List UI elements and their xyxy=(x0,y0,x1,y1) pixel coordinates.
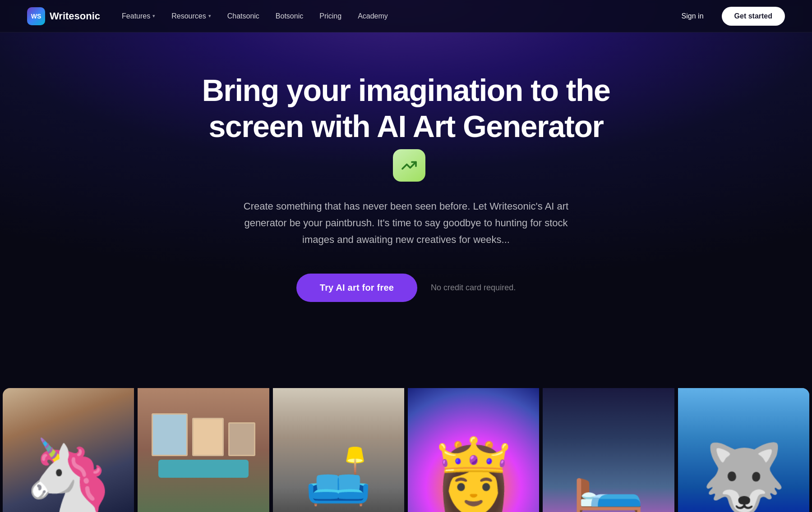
nav-item-pricing[interactable]: Pricing xyxy=(319,12,341,20)
gallery-strip: 🦄 🛋️ 👸 🛏️ 🐺 xyxy=(0,388,812,512)
nav-item-academy[interactable]: Academy xyxy=(358,12,388,20)
try-ai-art-button[interactable]: Try AI art for free xyxy=(296,274,417,302)
hero-subtitle: Create something that has never been see… xyxy=(221,198,591,248)
nav-link-chatsonic[interactable]: Chatsonic xyxy=(227,12,259,20)
nav-link-resources[interactable]: Resources ▾ xyxy=(171,12,211,20)
nav-links: Features ▾ Resources ▾ Chatsonic xyxy=(122,12,388,20)
getstarted-button[interactable]: Get started xyxy=(722,7,785,26)
logo-text: Writesonic xyxy=(50,10,100,22)
nav-link-pricing[interactable]: Pricing xyxy=(319,12,341,20)
nav-link-academy[interactable]: Academy xyxy=(358,12,388,20)
logo-link[interactable]: WS Writesonic xyxy=(27,7,100,25)
hero-section: Bring your imagination to the screen wit… xyxy=(0,0,812,343)
hero-cta-group: Try AI art for free No credit card requi… xyxy=(296,274,516,302)
ai-chart-icon xyxy=(393,149,425,182)
trend-chart-icon xyxy=(401,157,417,174)
navbar: WS Writesonic Features ▾ Resources ▾ xyxy=(0,0,812,32)
gallery-item-living: 🛋️ xyxy=(273,388,404,512)
nav-right: Sign in Get started xyxy=(674,7,785,26)
nav-item-features[interactable]: Features ▾ xyxy=(122,12,155,20)
nav-item-botsonic[interactable]: Botsonic xyxy=(276,12,303,20)
nav-item-resources[interactable]: Resources ▾ xyxy=(171,12,211,20)
nav-left: WS Writesonic Features ▾ Resources ▾ xyxy=(27,7,388,25)
gallery-item-bedroom: 🛏️ xyxy=(543,388,674,512)
gallery-item-unicorn: 🦄 xyxy=(3,388,134,512)
page-wrapper: WS Writesonic Features ▾ Resources ▾ xyxy=(0,0,812,512)
nav-link-botsonic[interactable]: Botsonic xyxy=(276,12,303,20)
no-credit-card-text: No credit card required. xyxy=(431,283,516,293)
chevron-down-icon: ▾ xyxy=(152,13,155,19)
hero-title: Bring your imagination to the screen wit… xyxy=(192,72,620,182)
gallery-item-goddess: 👸 xyxy=(408,388,539,512)
gallery-item-husky: 🐺 xyxy=(678,388,809,512)
gallery-item-room xyxy=(138,388,269,512)
signin-button[interactable]: Sign in xyxy=(674,9,711,24)
chevron-down-icon: ▾ xyxy=(208,13,211,19)
nav-link-features[interactable]: Features ▾ xyxy=(122,12,155,20)
nav-item-chatsonic[interactable]: Chatsonic xyxy=(227,12,259,20)
logo-icon: WS xyxy=(27,7,45,25)
